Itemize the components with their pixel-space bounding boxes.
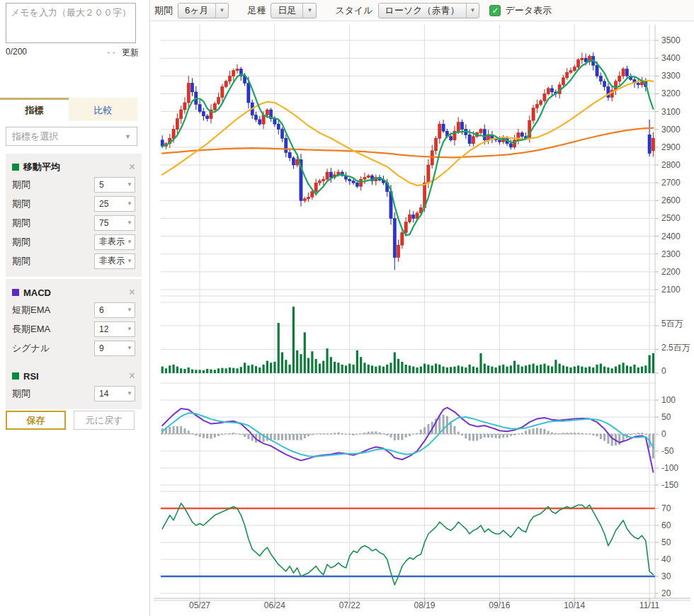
svg-text:60: 60 xyxy=(661,520,671,530)
dropdown-arrow-icon: ▼ xyxy=(125,133,131,140)
memo-update-button[interactable]: 更新 xyxy=(122,47,139,57)
svg-text:2200: 2200 xyxy=(661,267,681,277)
svg-text:3400: 3400 xyxy=(661,53,681,63)
tab-indicator[interactable]: 指標 xyxy=(0,98,69,121)
ma-period-4-select[interactable]: 非表示▼ xyxy=(94,234,135,250)
macd-short-ema-select[interactable]: 6▼ xyxy=(94,302,135,318)
bartype-dropdown-button[interactable]: 日足 ▼ xyxy=(271,3,317,18)
stock-chart-app: 0/200 - - 更新 指標 比較 指標を選択 ▼ 移動平均 × 期間 5▼ xyxy=(0,0,694,616)
sidebar-tabs: 指標 比較 xyxy=(0,98,137,121)
svg-text:10/14: 10/14 xyxy=(564,600,585,610)
row-label: 長期EMA xyxy=(12,323,50,336)
dropdown-arrow-icon: ▼ xyxy=(215,4,229,18)
svg-text:100: 100 xyxy=(661,395,676,405)
dropdown-arrow-icon: ▼ xyxy=(127,345,132,351)
panel-rsi: RSI × 期間 14▼ xyxy=(6,363,142,409)
svg-text:2900: 2900 xyxy=(661,142,681,152)
row-label: 短期EMA xyxy=(12,304,50,316)
memo-input[interactable] xyxy=(6,3,136,43)
macd-long-ema-row: 長期EMA 12▼ xyxy=(12,319,135,338)
rsi-period-select[interactable]: 14▼ xyxy=(94,386,135,401)
svg-text:2.5百万: 2.5百万 xyxy=(661,343,690,353)
reset-button[interactable]: 元に戻す xyxy=(74,411,135,430)
tab-compare[interactable]: 比較 xyxy=(69,98,137,121)
close-icon[interactable]: × xyxy=(129,287,135,298)
svg-text:3300: 3300 xyxy=(661,71,681,81)
svg-text:2500: 2500 xyxy=(661,213,681,223)
macd-signal-select[interactable]: 9▼ xyxy=(94,341,135,356)
stock-chart-canvas[interactable]: 3500340033003200310030002900280027002600… xyxy=(150,21,694,616)
memo-update-row: - - 更新 xyxy=(107,47,139,59)
checkbox-checked-icon[interactable]: ✓ xyxy=(489,5,501,16)
ma-period-row-5: 期間 非表示▼ xyxy=(12,251,135,270)
chart-toolbar: 期間 6ヶ月 ▼ 足種 日足 ▼ スタイル ローソク（赤青） ▼ ✓ データ表示 xyxy=(151,0,694,21)
svg-text:0: 0 xyxy=(661,366,666,376)
memo-counter-row: 0/200 - - 更新 xyxy=(6,47,139,59)
indicator-select-placeholder: 指標を選択 xyxy=(12,130,58,143)
dropdown-arrow-icon: ▼ xyxy=(302,4,316,18)
style-value: ローソク（赤青） xyxy=(379,4,466,18)
select-value: 75 xyxy=(99,218,108,228)
row-label: 期間 xyxy=(12,217,30,229)
dropdown-arrow-icon: ▼ xyxy=(127,326,132,332)
row-label: 期間 xyxy=(12,178,30,191)
ma-period-5-select[interactable]: 非表示▼ xyxy=(94,253,135,269)
dropdown-arrow-icon: ▼ xyxy=(466,4,479,18)
select-value: 非表示 xyxy=(99,255,125,267)
ma-period-row-4: 期間 非表示▼ xyxy=(12,232,135,251)
row-label: 期間 xyxy=(12,255,30,268)
svg-text:05/27: 05/27 xyxy=(189,600,210,610)
svg-text:3200: 3200 xyxy=(661,89,681,98)
ma-period-row-3: 期間 75▼ xyxy=(12,213,135,232)
save-button[interactable]: 保存 xyxy=(6,411,66,430)
panel-title-text: RSI xyxy=(23,371,39,382)
panel-macd-title: MACD × xyxy=(12,285,135,300)
period-dropdown-button[interactable]: 6ヶ月 ▼ xyxy=(178,3,229,18)
ma-period-3-select[interactable]: 75▼ xyxy=(94,215,135,231)
svg-text:11/11: 11/11 xyxy=(639,600,660,610)
svg-text:2800: 2800 xyxy=(661,160,681,170)
indicator-select-dropdown[interactable]: 指標を選択 ▼ xyxy=(6,127,137,146)
row-label: 期間 xyxy=(12,387,30,400)
svg-text:5百万: 5百万 xyxy=(661,319,683,329)
dropdown-arrow-icon: ▼ xyxy=(127,307,132,313)
svg-text:3100: 3100 xyxy=(661,107,681,117)
macd-short-ema-row: 短期EMA 6▼ xyxy=(12,300,135,319)
svg-text:30: 30 xyxy=(661,571,671,581)
select-value: 6 xyxy=(99,305,104,315)
svg-text:06/24: 06/24 xyxy=(264,600,285,610)
macd-long-ema-select[interactable]: 12▼ xyxy=(94,321,135,337)
period-value: 6ヶ月 xyxy=(178,4,215,18)
data-display-toggle[interactable]: ✓ データ表示 xyxy=(489,4,552,17)
ma-period-row-1: 期間 5▼ xyxy=(12,175,135,194)
svg-text:-100: -100 xyxy=(661,463,678,473)
close-icon[interactable]: × xyxy=(129,370,135,382)
sidebar-buttons: 保存 元に戻す xyxy=(6,411,142,430)
svg-text:20: 20 xyxy=(661,588,671,598)
select-value: 9 xyxy=(99,343,104,353)
panel-moving-average-title: 移動平均 × xyxy=(12,159,135,175)
chart-area[interactable]: 3500340033003200310030002900280027002600… xyxy=(150,21,694,616)
svg-text:3500: 3500 xyxy=(661,35,681,45)
rsi-color-swatch-icon xyxy=(12,372,19,380)
svg-text:2400: 2400 xyxy=(661,232,681,241)
dropdown-arrow-icon: ▼ xyxy=(127,200,132,207)
close-icon[interactable]: × xyxy=(129,161,135,173)
macd-signal-row: シグナル 9▼ xyxy=(12,338,135,358)
ma-period-1-select[interactable]: 5▼ xyxy=(94,177,135,193)
svg-text:08/19: 08/19 xyxy=(414,600,435,610)
panel-rsi-title: RSI × xyxy=(12,368,135,384)
svg-text:-150: -150 xyxy=(661,480,678,490)
panel-moving-average: 移動平均 × 期間 5▼ 期間 25▼ 期間 75▼ 期間 非表示▼ 期間 非表… xyxy=(6,154,142,277)
rsi-period-row: 期間 14▼ xyxy=(12,384,135,403)
memo-char-counter: 0/200 xyxy=(6,47,27,57)
svg-text:2300: 2300 xyxy=(661,249,681,259)
dropdown-arrow-icon: ▼ xyxy=(127,219,132,226)
period-label: 期間 xyxy=(154,4,173,17)
ma-period-2-select[interactable]: 25▼ xyxy=(94,196,135,212)
select-value: 12 xyxy=(99,324,108,334)
style-dropdown-button[interactable]: ローソク（赤青） ▼ xyxy=(378,3,480,18)
ma-period-row-2: 期間 25▼ xyxy=(12,194,135,213)
bartype-label: 足種 xyxy=(247,4,266,17)
svg-text:-50: -50 xyxy=(661,446,674,456)
